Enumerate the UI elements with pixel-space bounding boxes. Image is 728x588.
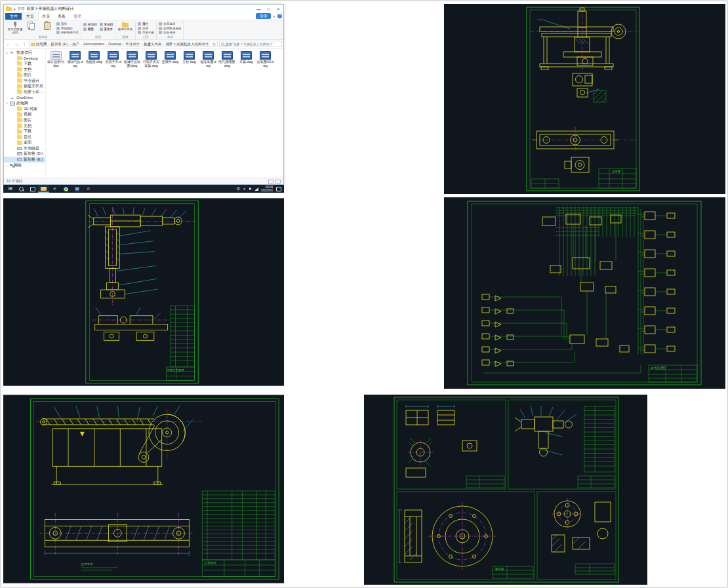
- taskbar-app-icon[interactable]: e: [49, 185, 60, 193]
- back-button[interactable]: ←: [5, 42, 12, 47]
- taskbar-app-icon[interactable]: W: [71, 185, 83, 193]
- ribbon-button[interactable]: 粘贴: [39, 21, 54, 35]
- file-item[interactable]: 夹持手爪.dwg: [104, 51, 122, 68]
- tree-item[interactable]: 新加卷 (D:): [4, 151, 45, 157]
- details-view-icon[interactable]: [268, 180, 273, 184]
- action-center-icon[interactable]: [276, 187, 281, 191]
- file-item[interactable]: 摆动气缸.dwg: [66, 51, 84, 68]
- ribbon-button[interactable]: 打开: [138, 27, 154, 30]
- new-folder-button[interactable]: 新建文件夹: [117, 21, 133, 35]
- collapse-ribbon-icon[interactable]: ∧: [273, 14, 275, 18]
- file-item[interactable]: 行程开关安装架.dwg: [142, 51, 160, 68]
- ribbon-button[interactable]: 复制路径: [56, 27, 79, 30]
- ribbon-button[interactable]: 复制到: [100, 23, 113, 26]
- ribbon-button[interactable]: 全部取消选择: [159, 27, 181, 30]
- tree-item[interactable]: 文档: [4, 67, 45, 73]
- expand-chevron-icon[interactable]: ∨: [5, 51, 9, 54]
- ribbon-button[interactable]: 移动到: [83, 23, 97, 26]
- ribbon-tab[interactable]: 共享: [38, 13, 54, 20]
- tree-item[interactable]: 图片: [4, 117, 45, 123]
- tree-item[interactable]: 桌面: [4, 140, 45, 146]
- breadcrumb-segment[interactable]: Desktop: [104, 42, 121, 47]
- manage-tab[interactable]: 管理: [70, 13, 85, 20]
- file-explorer-panel: ▾ 管理 胡萝卜采摘机器人结构设计 — □ × 文件 主页共享查看 管理 登录 …: [3, 4, 284, 193]
- expand-chevron-icon[interactable]: ∨: [5, 102, 9, 105]
- ribbon-button[interactable]: 属性: [138, 22, 154, 26]
- file-item[interactable]: 立柱.dwg: [180, 51, 198, 68]
- breadcrumb-segment[interactable]: 毕业设计: [121, 42, 140, 47]
- taskbar-app-icon[interactable]: [27, 185, 38, 193]
- tree-item[interactable]: 本地磁盘 (C:): [4, 146, 45, 151]
- tree-item[interactable]: 音乐: [4, 134, 45, 140]
- ribbon-button[interactable]: 反向选择: [159, 31, 181, 34]
- file-item[interactable]: 输送装置.dwg: [199, 51, 217, 68]
- taskbar-app-icon[interactable]: [60, 185, 71, 193]
- breadcrumb-segment[interactable]: 此电脑: [36, 42, 47, 47]
- tree-item[interactable]: 下载: [4, 61, 45, 67]
- taskbar-app-icon[interactable]: ⊞: [5, 185, 16, 193]
- search-input[interactable]: [226, 42, 280, 46]
- expand-chevron-icon[interactable]: ›: [5, 164, 9, 167]
- tree-item[interactable]: 胡萝卜采摘机器人结构设计: [4, 89, 45, 95]
- tree-item[interactable]: 新建文件夹: [4, 84, 45, 90]
- file-item[interactable]: 电气原理图.dwg: [218, 51, 236, 68]
- help-icon[interactable]: ?: [277, 14, 282, 18]
- tree-item[interactable]: ∨ 快速访问: [4, 50, 45, 56]
- expand-chevron-icon[interactable]: ›: [5, 96, 9, 100]
- ribbon-button[interactable]: 全部选择: [159, 22, 181, 26]
- ribbon-button[interactable]: 复制: [23, 21, 39, 35]
- tray-icon[interactable]: [247, 185, 253, 193]
- tree-item[interactable]: 视频: [4, 112, 45, 118]
- tree-item[interactable]: › OneDrive: [4, 95, 45, 101]
- taskbar-app-icon[interactable]: [16, 185, 27, 193]
- file-item[interactable]: 总装图A0.dwg: [256, 51, 274, 68]
- minimize-button[interactable]: —: [254, 5, 264, 13]
- tray-icon[interactable]: 中: [235, 185, 241, 193]
- quick-access-toolbar-chevron-icon[interactable]: ▾: [14, 7, 16, 11]
- tray-icon[interactable]: ∧: [241, 185, 247, 193]
- tree-item[interactable]: 新加卷 (E:): [4, 157, 45, 163]
- forward-button[interactable]: →: [13, 42, 20, 47]
- ribbon-button[interactable]: 固定到快速访问: [7, 21, 23, 35]
- tray-icon[interactable]: [253, 185, 259, 193]
- tree-item[interactable]: 下载: [4, 128, 45, 134]
- close-button[interactable]: ×: [273, 5, 283, 13]
- breadcrumb-segment[interactable]: 用户: [68, 42, 79, 47]
- breadcrumb-segment[interactable]: 新建文件夹: [140, 42, 161, 47]
- file-item[interactable]: 机械手总装图.dwg: [123, 51, 141, 68]
- ribbon-button[interactable]: 粘贴快捷方式: [56, 31, 79, 34]
- up-button[interactable]: ↑: [21, 42, 28, 47]
- tree-item[interactable]: 3D 对象: [4, 106, 45, 112]
- refresh-icon[interactable]: ↻: [212, 42, 216, 47]
- tree-item[interactable]: ∨ 此电脑: [4, 100, 45, 106]
- large-icons-view-icon[interactable]: [275, 180, 281, 184]
- ribbon-button[interactable]: 重命名: [100, 28, 113, 31]
- file-item[interactable]: 车架.dwg: [237, 51, 255, 68]
- taskbar-app-icon[interactable]: A: [83, 185, 94, 193]
- tree-item[interactable]: Desktop: [4, 56, 45, 62]
- file-item[interactable]: 设计说明书.doc: [47, 51, 65, 68]
- breadcrumb-segment[interactable]: 新加卷 (E:): [47, 42, 69, 47]
- signin-button[interactable]: 登录: [256, 13, 271, 19]
- taskbar-clock[interactable]: 16:04 2021/6/1: [259, 186, 275, 192]
- ribbon-tab[interactable]: 查看: [54, 13, 70, 20]
- tree-item[interactable]: 文档: [4, 123, 45, 129]
- file-item[interactable]: 连接件.dwg: [161, 51, 179, 68]
- ribbon-button[interactable]: 历史记录: [138, 31, 154, 34]
- breadcrumb-segment[interactable]: Administrator: [79, 42, 104, 47]
- breadcrumb-segment[interactable]: 胡萝卜采摘机器人结构设计: [162, 42, 209, 47]
- ribbon-button[interactable]: 剪切: [56, 22, 79, 26]
- ribbon-button[interactable]: 删除: [83, 28, 97, 31]
- tree-item[interactable]: 图片: [4, 72, 45, 78]
- ribbon-tab[interactable]: 主页: [22, 13, 38, 20]
- address-bar[interactable]: 此电脑新加卷 (E:)用户AdministratorDesktop毕业设计新建文…: [29, 41, 218, 47]
- file-item[interactable]: 电机座.dwg: [85, 51, 103, 68]
- title-bar[interactable]: ▾ 管理 胡萝卜采摘机器人结构设计 — □ ×: [4, 5, 283, 13]
- search-box[interactable]: [219, 41, 282, 47]
- tree-item[interactable]: › 网络: [4, 163, 45, 168]
- taskbar-app-icon[interactable]: [38, 185, 49, 193]
- window-folder-icon: [6, 7, 12, 11]
- maximize-button[interactable]: □: [264, 5, 273, 13]
- tree-item[interactable]: 毕业设计: [4, 78, 45, 84]
- file-tab[interactable]: 文件: [5, 13, 22, 20]
